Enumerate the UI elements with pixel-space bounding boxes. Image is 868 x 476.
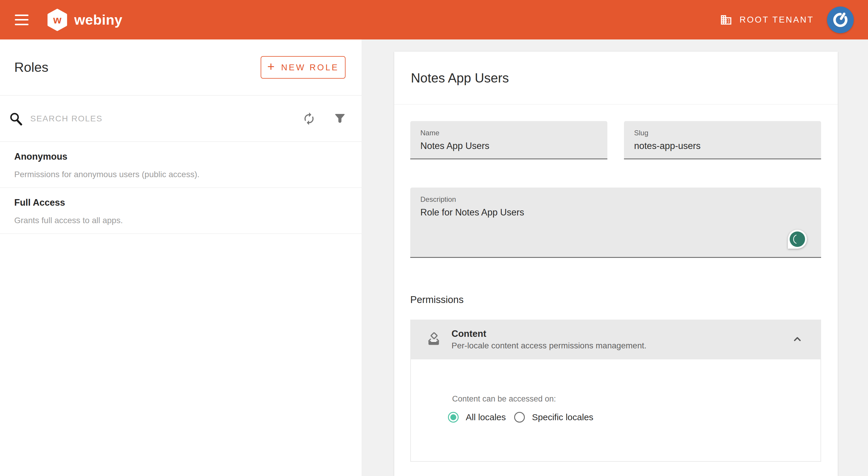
description-input[interactable]: Role for Notes App Users bbox=[420, 207, 811, 252]
description-field[interactable]: Description Role for Notes App Users bbox=[410, 188, 821, 258]
slug-input[interactable] bbox=[634, 141, 811, 151]
description-field-label: Description bbox=[420, 195, 811, 203]
role-list-item-full-access[interactable]: Full Access Grants full access to all ap… bbox=[0, 188, 362, 234]
filter-button[interactable] bbox=[333, 112, 347, 126]
roles-panel-header: Roles + NEW ROLE bbox=[0, 39, 362, 96]
radio-all-locales-circle bbox=[448, 412, 459, 422]
radio-all-locales-label: All locales bbox=[466, 412, 506, 422]
chevron-up-icon bbox=[792, 333, 803, 345]
content-section-title: Content bbox=[452, 328, 647, 339]
brand-wordmark: webiny bbox=[74, 11, 122, 28]
content-permissions-accordion: Content Per-locale content access permis… bbox=[410, 320, 821, 462]
radio-specific-locales[interactable]: Specific locales bbox=[514, 412, 593, 422]
new-role-button[interactable]: + NEW ROLE bbox=[261, 56, 345, 78]
name-field[interactable]: Name bbox=[410, 121, 607, 159]
content-accordion-header[interactable]: Content Per-locale content access permis… bbox=[410, 320, 821, 359]
tenant-label: ROOT TENANT bbox=[740, 15, 814, 25]
radio-all-locales[interactable]: All locales bbox=[448, 412, 506, 422]
locale-access-radio-group: All locales Specific locales bbox=[448, 412, 820, 422]
roles-list: Anonymous Permissions for anonymous user… bbox=[0, 142, 362, 234]
hamburger-menu-icon[interactable] bbox=[15, 14, 29, 25]
role-description: Permissions for anonymous users (public … bbox=[14, 170, 347, 179]
role-form: Name Slug Description Role for Notes App… bbox=[394, 104, 838, 462]
role-list-item-anonymous[interactable]: Anonymous Permissions for anonymous user… bbox=[0, 142, 362, 188]
role-detail-area: Notes App Users Name Slug Description Ro… bbox=[362, 39, 868, 476]
presence-cursor-arc bbox=[789, 231, 805, 247]
plus-icon: + bbox=[267, 61, 275, 73]
webiny-logo[interactable]: w webiny bbox=[46, 8, 122, 32]
power-icon bbox=[828, 7, 853, 32]
page-title: Roles bbox=[14, 60, 49, 75]
slug-field[interactable]: Slug bbox=[624, 121, 821, 159]
svg-text:w: w bbox=[53, 14, 61, 26]
role-detail-card: Notes App Users Name Slug Description Ro… bbox=[394, 52, 838, 476]
role-detail-title: Notes App Users bbox=[411, 71, 509, 86]
role-name: Full Access bbox=[14, 197, 347, 208]
content-section-subtitle: Per-locale content access permissions ma… bbox=[452, 341, 647, 350]
permissions-heading: Permissions bbox=[410, 294, 821, 305]
role-detail-header: Notes App Users bbox=[394, 52, 838, 104]
webiny-hexagon-icon: w bbox=[46, 8, 68, 32]
search-icon bbox=[8, 111, 24, 126]
search-input[interactable] bbox=[30, 114, 302, 123]
new-role-button-label: NEW ROLE bbox=[281, 63, 339, 72]
avatar-button[interactable] bbox=[827, 6, 854, 33]
filter-icon bbox=[333, 112, 347, 126]
tenant-selector[interactable]: ROOT TENANT bbox=[720, 14, 814, 26]
name-field-label: Name bbox=[420, 129, 597, 137]
content-ballot-icon bbox=[427, 332, 441, 347]
refresh-icon bbox=[302, 112, 316, 126]
building-icon bbox=[720, 14, 732, 26]
presence-cursor-indicator bbox=[788, 230, 807, 249]
slug-field-label: Slug bbox=[634, 129, 811, 137]
refresh-button[interactable] bbox=[302, 112, 316, 126]
content-accordion-body: Content can be accessed on: All locales … bbox=[410, 359, 821, 462]
topbar: w webiny ROOT TENANT bbox=[0, 0, 868, 39]
radio-specific-locales-label: Specific locales bbox=[532, 412, 593, 422]
collapse-section-button[interactable] bbox=[792, 333, 803, 346]
search-bar bbox=[0, 96, 362, 142]
role-name: Anonymous bbox=[14, 151, 347, 162]
role-description: Grants full access to all apps. bbox=[14, 216, 347, 225]
access-scope-label: Content can be accessed on: bbox=[452, 394, 820, 404]
name-input[interactable] bbox=[420, 141, 597, 151]
app-root: w webiny ROOT TENANT Roles + NEW ROLE bbox=[0, 0, 868, 476]
radio-specific-locales-circle bbox=[514, 412, 525, 422]
roles-list-panel: Roles + NEW ROLE bbox=[0, 39, 362, 476]
